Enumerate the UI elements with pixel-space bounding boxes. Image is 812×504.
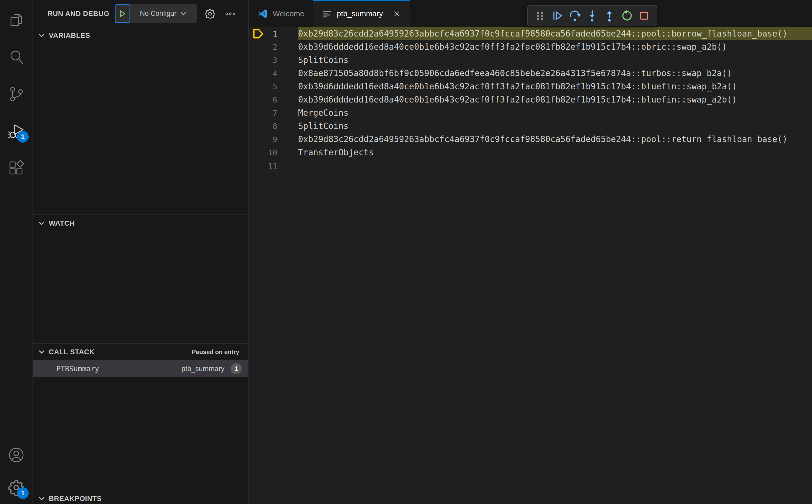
debug-config-label: No Configur bbox=[140, 10, 176, 18]
extensions-icon[interactable] bbox=[6, 158, 26, 178]
toolbar-drag-handle[interactable] bbox=[533, 9, 547, 23]
chevron-down-icon bbox=[38, 495, 45, 502]
watch-section-header[interactable]: WATCH bbox=[33, 215, 248, 232]
call-stack-label: CALL STACK bbox=[49, 348, 94, 356]
preview-lines-icon bbox=[322, 9, 332, 19]
start-debug-button[interactable] bbox=[115, 4, 129, 23]
settings-badge: 1 bbox=[17, 487, 29, 499]
tab-ptb-summary-label: ptb_summary bbox=[337, 9, 383, 18]
debug-toolbar bbox=[527, 5, 657, 26]
line-text: 0xb39d6dddedd16ed8a40ce0b1e6b43c92acf0ff… bbox=[298, 93, 812, 106]
call-stack-row-meta: ptb_summary 1 bbox=[181, 363, 242, 374]
variables-section-header[interactable]: VARIABLES bbox=[33, 27, 248, 44]
debug-config-dropdown[interactable]: No Configur bbox=[129, 4, 197, 23]
code-line[interactable]: 5 0xb39d6dddedd16ed8a40ce0b1e6b43c92acf0… bbox=[249, 80, 812, 93]
line-number: 11 bbox=[267, 161, 277, 170]
vscode-logo-icon bbox=[257, 8, 268, 19]
line-number: 9 bbox=[267, 135, 277, 144]
line-number: 5 bbox=[267, 82, 277, 91]
breakpoint-gutter[interactable] bbox=[249, 106, 267, 120]
line-number: 2 bbox=[267, 43, 277, 52]
call-stack-row[interactable]: PTBSummary ptb_summary 1 bbox=[33, 360, 248, 377]
line-text: 0xb39d6dddedd16ed8a40ce0b1e6b43c92acf0ff… bbox=[298, 80, 812, 93]
line-number: 8 bbox=[267, 122, 277, 131]
call-stack-count-badge: 1 bbox=[230, 363, 242, 374]
code-line[interactable]: 1 0xb29d83c26cdd2a64959263abbcfc4a6937f0… bbox=[249, 27, 812, 40]
code-line[interactable]: 3 SplitCoins bbox=[249, 54, 812, 67]
code-line[interactable]: 10 TransferObjects bbox=[249, 146, 812, 159]
breakpoint-gutter[interactable] bbox=[249, 93, 267, 106]
line-text: TransferObjects bbox=[298, 146, 812, 159]
search-icon[interactable] bbox=[6, 47, 26, 67]
line-text: 0xb39d6dddedd16ed8a40ce0b1e6b43c92acf0ff… bbox=[298, 40, 812, 54]
watch-section: WATCH bbox=[33, 214, 248, 343]
breakpoint-gutter[interactable] bbox=[249, 120, 267, 133]
breakpoint-gutter[interactable] bbox=[249, 146, 267, 159]
line-number: 10 bbox=[267, 148, 277, 157]
chevron-down-icon bbox=[38, 348, 45, 356]
explorer-icon[interactable] bbox=[6, 10, 26, 30]
step-over-icon[interactable] bbox=[568, 9, 582, 23]
code-line[interactable]: 7 MergeCoins bbox=[249, 106, 812, 120]
breakpoint-gutter[interactable] bbox=[249, 40, 267, 54]
breakpoint-gutter[interactable] bbox=[249, 133, 267, 146]
debug-badge: 1 bbox=[17, 131, 29, 143]
variables-section: VARIABLES bbox=[33, 27, 248, 214]
debug-sidebar: RUN AND DEBUG No Configur bbox=[33, 0, 249, 504]
code-line[interactable]: 6 0xb39d6dddedd16ed8a40ce0b1e6b43c92acf0… bbox=[249, 93, 812, 106]
settings-gear-icon[interactable]: 1 bbox=[6, 478, 26, 497]
step-into-icon[interactable] bbox=[585, 9, 599, 23]
call-stack-section-header[interactable]: CALL STACK Paused on entry bbox=[33, 344, 248, 360]
tab-ptb-summary[interactable]: ptb_summary bbox=[313, 0, 410, 27]
line-number: 1 bbox=[267, 29, 277, 38]
tab-welcome[interactable]: Welcome bbox=[249, 0, 313, 27]
code-line[interactable]: 9 0xb29d83c26cdd2a64959263abbcfc4a6937f0… bbox=[249, 133, 812, 146]
call-stack-section: CALL STACK Paused on entry PTBSummary pt… bbox=[33, 343, 248, 490]
tab-welcome-label: Welcome bbox=[273, 9, 304, 18]
restart-icon[interactable] bbox=[620, 9, 634, 23]
launch-control: No Configur bbox=[115, 4, 197, 23]
code-line[interactable]: 11 bbox=[249, 159, 812, 172]
more-actions-icon[interactable] bbox=[223, 7, 237, 21]
code-line[interactable]: 8 SplitCoins bbox=[249, 120, 812, 133]
breakpoints-section: BREAKPOINTS bbox=[33, 490, 248, 504]
stop-icon[interactable] bbox=[637, 9, 651, 23]
line-number: 3 bbox=[267, 56, 277, 65]
pause-status-text: Paused on entry bbox=[192, 348, 239, 356]
line-number: 7 bbox=[267, 109, 277, 117]
chevron-down-icon bbox=[38, 32, 45, 39]
editor-code-pane[interactable]: 1 0xb29d83c26cdd2a64959263abbcfc4a6937f0… bbox=[249, 27, 812, 504]
line-text: 0xb29d83c26cdd2a64959263abbcfc4a6937f0c9… bbox=[298, 27, 812, 40]
vscode-window: 1 1 RUN AN bbox=[0, 0, 812, 504]
editor-area: Welcome ptb_summary bbox=[249, 0, 812, 504]
line-text: SplitCoins bbox=[298, 120, 812, 133]
debug-settings-gear-icon[interactable] bbox=[203, 7, 217, 21]
continue-icon[interactable] bbox=[551, 9, 564, 23]
breakpoint-gutter[interactable] bbox=[249, 67, 267, 80]
breakpoint-gutter[interactable] bbox=[249, 54, 267, 67]
step-out-icon[interactable] bbox=[603, 9, 616, 23]
breakpoint-gutter[interactable] bbox=[249, 80, 267, 93]
line-text: SplitCoins bbox=[298, 54, 812, 67]
watch-label: WATCH bbox=[49, 219, 75, 227]
run-and-debug-icon[interactable]: 1 bbox=[6, 121, 26, 141]
line-number: 4 bbox=[267, 69, 277, 78]
line-number: 6 bbox=[267, 95, 277, 104]
line-text: 0xb29d83c26cdd2a64959263abbcfc4a6937f0c9… bbox=[298, 133, 812, 146]
activity-bar: 1 1 bbox=[0, 0, 33, 504]
line-text bbox=[298, 159, 812, 172]
debug-current-line-arrow-icon bbox=[252, 28, 264, 39]
breakpoints-section-header[interactable]: BREAKPOINTS bbox=[33, 490, 248, 504]
source-control-icon[interactable] bbox=[6, 84, 26, 104]
sidebar-header: RUN AND DEBUG No Configur bbox=[33, 0, 248, 27]
accounts-icon[interactable] bbox=[6, 445, 26, 465]
breakpoints-label: BREAKPOINTS bbox=[49, 495, 102, 503]
breakpoint-gutter[interactable] bbox=[249, 159, 267, 172]
breakpoint-gutter[interactable] bbox=[249, 27, 267, 40]
call-stack-frame-name: PTBSummary bbox=[56, 365, 99, 373]
code-line[interactable]: 2 0xb39d6dddedd16ed8a40ce0b1e6b43c92acf0… bbox=[249, 40, 812, 54]
code-line[interactable]: 4 0x8ae871505a80d8bf6bf9c05906cda6edfeea… bbox=[249, 67, 812, 80]
close-tab-icon[interactable] bbox=[392, 9, 401, 18]
call-stack-file-label: ptb_summary bbox=[181, 365, 224, 373]
chevron-down-icon bbox=[38, 220, 45, 227]
